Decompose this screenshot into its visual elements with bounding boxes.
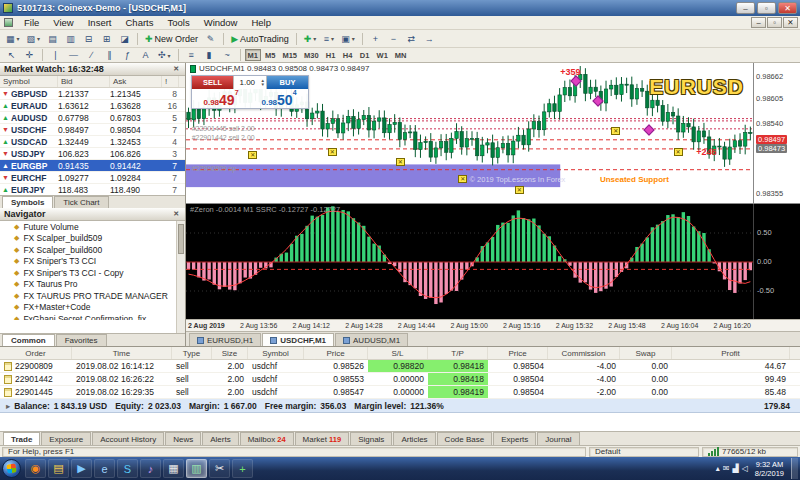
market-watch-row[interactable]: ▼EURCHF1.092771.092847 bbox=[0, 172, 185, 184]
market-watch-row[interactable]: ▼USDJPY106.823106.8263 bbox=[0, 148, 185, 160]
price-axis[interactable]: 0.986620.986050.985400.984970.984730.983… bbox=[753, 63, 800, 203]
maximize-button[interactable]: ▫ bbox=[757, 2, 776, 14]
timeframe-w1-button[interactable]: W1 bbox=[374, 49, 391, 61]
trendline-tool-button[interactable]: ∕ bbox=[83, 48, 100, 63]
child-minimize-button[interactable]: – bbox=[751, 17, 766, 28]
timeframe-d1-button[interactable]: D1 bbox=[357, 49, 373, 61]
menu-window[interactable]: Window bbox=[197, 16, 245, 29]
timeframe-m30-button[interactable]: M30 bbox=[301, 49, 322, 61]
terminal-toggle-button[interactable]: ⊞ bbox=[98, 31, 115, 46]
volume-arrows-icon[interactable]: ▲▼ bbox=[261, 79, 266, 87]
close-icon[interactable]: ✕ bbox=[171, 210, 181, 218]
text-tool-button[interactable]: A bbox=[137, 48, 154, 63]
navigator-item[interactable]: ◆FX Sniper's T3 CCI bbox=[0, 256, 185, 268]
terminal-tab-experts[interactable]: Experts bbox=[493, 432, 536, 445]
timeframe-m5-button[interactable]: M5 bbox=[262, 49, 278, 61]
windows-explorer-taskbar-button[interactable]: ▤ bbox=[48, 459, 69, 478]
auto-scroll-button[interactable]: ⇄ bbox=[403, 31, 420, 46]
add-indicator-button[interactable]: ✚▾ bbox=[301, 31, 320, 46]
vertical-line-tool-button[interactable]: | bbox=[47, 48, 64, 63]
terminal-tab-code-base[interactable]: Code Base bbox=[437, 432, 493, 445]
snipping-tool-taskbar-button[interactable]: ✂ bbox=[209, 459, 230, 478]
line-chart-type-button[interactable]: ~ bbox=[219, 48, 236, 63]
taskbar-clock[interactable]: 9:32 AM 8/2/2019 bbox=[751, 460, 788, 478]
close-button[interactable]: ✕ bbox=[778, 2, 797, 14]
tab-common[interactable]: Common bbox=[2, 334, 55, 346]
timeframe-h1-button[interactable]: H1 bbox=[323, 49, 339, 61]
menu-charts[interactable]: Charts bbox=[119, 16, 161, 29]
strategy-tester-button[interactable]: ◪ bbox=[116, 31, 133, 46]
order-row[interactable]: 229014422019.08.02 16:26:22sell2.00usdch… bbox=[0, 373, 800, 386]
navigator-item[interactable]: ◆FX Scalper_build600 bbox=[0, 244, 185, 256]
buy-button[interactable]: BUY bbox=[267, 76, 308, 89]
zoom-in-button[interactable]: + bbox=[367, 31, 384, 46]
menu-insert[interactable]: Insert bbox=[81, 16, 119, 29]
terminal-tab-trade[interactable]: Trade bbox=[3, 432, 40, 445]
terminal-tab-account-history[interactable]: Account History bbox=[92, 432, 164, 445]
navigator-item[interactable]: ◆FX Sniper's T3 CCI - Copy bbox=[0, 267, 185, 279]
price-chart[interactable]: USDCHF,M1 0.98483 0.98508 0.98473 0.9849… bbox=[186, 63, 800, 203]
market-watch-toggle-button[interactable]: ▤ bbox=[44, 31, 61, 46]
network-icon[interactable]: ▟ bbox=[732, 464, 738, 473]
menu-view[interactable]: View bbox=[46, 16, 80, 29]
timeframe-mn-button[interactable]: MN bbox=[392, 49, 410, 61]
horizontal-line-tool-button[interactable]: ― bbox=[65, 48, 82, 63]
volume-stepper[interactable]: 1.00 ▲▼ bbox=[233, 76, 267, 89]
menu-file[interactable]: File bbox=[17, 16, 46, 29]
terminal-tab-journal[interactable]: Journal bbox=[537, 432, 579, 445]
fibonacci-tool-button[interactable]: ƒ bbox=[119, 48, 136, 63]
chart-tab-usdchf-m1[interactable]: USDCHF,M1 bbox=[262, 333, 334, 346]
show-desktop-button[interactable] bbox=[791, 458, 798, 479]
terminal-tab-news[interactable]: News bbox=[165, 432, 201, 445]
menu-tools[interactable]: Tools bbox=[160, 16, 196, 29]
timeframe-h4-button[interactable]: H4 bbox=[340, 49, 356, 61]
market-watch-row[interactable]: ▼USDCHF0.984970.985047 bbox=[0, 124, 185, 136]
navigator-item[interactable]: ◆FX+Master+Code bbox=[0, 302, 185, 314]
volume-icon[interactable]: ◁ bbox=[742, 464, 748, 473]
sell-button[interactable]: SELL bbox=[192, 76, 233, 89]
navigator-item[interactable]: ◆FX TAURUS PRO TRADE MANAGER bbox=[0, 290, 185, 302]
add-app-taskbar-button[interactable]: + bbox=[232, 459, 253, 478]
child-restore-button[interactable]: ▫ bbox=[767, 17, 782, 28]
indicator-list-button[interactable]: ≡▾ bbox=[320, 31, 337, 46]
channel-tool-button[interactable]: ∥ bbox=[101, 48, 118, 63]
order-row[interactable]: 229008092019.08.02 16:14:12sell2.00usdch… bbox=[0, 360, 800, 373]
calculator-taskbar-button[interactable]: ▦ bbox=[163, 459, 184, 478]
navigator-item[interactable]: ◆FX Taurus Pro bbox=[0, 279, 185, 291]
navigator-item[interactable]: ◆FxGhani Secret Confirmation_fix bbox=[0, 313, 185, 320]
status-profile[interactable]: Default bbox=[589, 447, 699, 457]
tab-tick-chart[interactable]: Tick Chart bbox=[54, 196, 108, 208]
zoom-out-button[interactable]: − bbox=[385, 31, 402, 46]
candle-chart-type-button[interactable]: ▮ bbox=[201, 48, 218, 63]
minimize-button[interactable]: – bbox=[736, 2, 755, 14]
media-player-taskbar-button[interactable]: ▶ bbox=[71, 459, 92, 478]
cursor-tool-button[interactable]: ↖ bbox=[3, 48, 20, 63]
terminal-tab-alerts[interactable]: Alerts bbox=[202, 432, 238, 445]
arrows-tool-button[interactable]: ✣▾ bbox=[155, 48, 174, 63]
timeframe-m15-button[interactable]: M15 bbox=[279, 49, 300, 61]
action-center-icon[interactable]: ✉ bbox=[723, 464, 730, 473]
new-order-button[interactable]: ✚New Order bbox=[142, 31, 201, 46]
new-chart-button[interactable]: ▦▾ bbox=[3, 31, 23, 46]
market-watch-row[interactable]: ▲AUDUSD0.677980.678035 bbox=[0, 112, 185, 124]
internet-explorer-taskbar-button[interactable]: e bbox=[94, 459, 115, 478]
child-close-button[interactable]: ✕ bbox=[783, 17, 798, 28]
skype-taskbar-button[interactable]: S bbox=[117, 459, 138, 478]
tab-favorites[interactable]: Favorites bbox=[56, 334, 107, 346]
crosshair-tool-button[interactable]: ✛ bbox=[21, 48, 38, 63]
terminal-tab-articles[interactable]: Articles bbox=[393, 432, 435, 445]
metaeditor-button[interactable]: ✎ bbox=[202, 31, 219, 46]
indicator-subwindow[interactable]: #Zeron -0.0014 M1 SSRC -0.12727 -0.12727… bbox=[186, 203, 800, 319]
market-watch-row[interactable]: ▲EURGBP0.914350.914427 bbox=[0, 160, 185, 172]
navigator-item[interactable]: ◆FX Scalper_build509 bbox=[0, 233, 185, 245]
market-watch-row[interactable]: ▲EURAUD1.636121.6362816 bbox=[0, 100, 185, 112]
bar-chart-type-button[interactable]: ≡ bbox=[183, 48, 200, 63]
firefox-taskbar-button[interactable]: ◉ bbox=[25, 459, 46, 478]
market-watch-row[interactable]: ▲USDCAD1.324491.324534 bbox=[0, 136, 185, 148]
hidden-icons-icon[interactable]: ▴ bbox=[716, 464, 720, 473]
market-watch-row[interactable]: ▼GBPUSD1.213371.213458 bbox=[0, 88, 185, 100]
chart-tab-audusd-m1[interactable]: AUDUSD,M1 bbox=[335, 333, 408, 346]
terminal-tab-exposure[interactable]: Exposure bbox=[41, 432, 91, 445]
timeframe-m1-button[interactable]: M1 bbox=[245, 49, 261, 61]
chart-shift-button[interactable]: → bbox=[421, 31, 438, 46]
